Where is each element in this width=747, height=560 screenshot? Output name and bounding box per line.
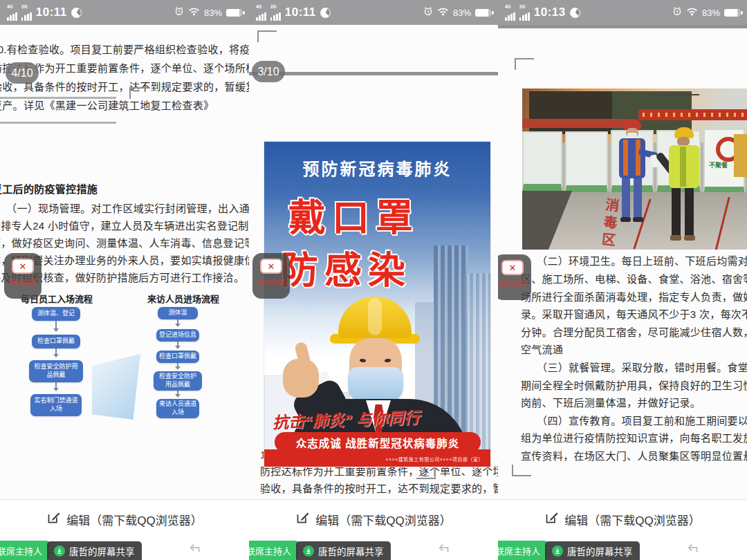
page-indicator-badge: 3/10 [252,61,285,82]
screen-share-icon [54,545,65,557]
arrow-down-icon [55,321,57,331]
alarm-icon [174,6,184,19]
phone-panel-left: 4G 2G 10:11 83% 10.有检查验收。项目复工前要严格组织检查验收，… [0,0,249,560]
screen-share-icon [303,545,314,557]
stop-cast-button[interactable]: ✕ 退出投屏 [4,253,42,299]
section-title: 复工后的防疫管控措施 [0,181,98,196]
bottom-toolbar: 编辑（需下载QQ浏览器） [249,499,498,539]
signal-icon: 2G [519,5,530,21]
vest-stripe [623,140,628,176]
screen-share-icon [552,545,563,557]
vest-stripe [636,140,640,176]
worker-figure [618,119,649,227]
cohost-badge: 联席主持人 [0,541,49,560]
status-right: 83% [672,6,740,19]
edit-button[interactable]: 编辑（需下载QQ浏览器） [295,510,451,528]
screen-share-label: 唐哲的屏幕共享 [69,544,135,558]
signal-icon: 4G [256,5,266,21]
leg [622,178,630,218]
back-icon[interactable] [188,543,203,555]
crop-corner-icon [257,30,277,42]
screen-share-badge[interactable]: 唐哲的屏幕共享 [545,541,640,560]
flow-step: 来访人员通道入场 [156,399,199,418]
edit-button[interactable]: 编辑（需下载QQ浏览器） [544,510,700,528]
red-banner [638,109,747,120]
page-separator-line [249,72,498,75]
doc-text-line: （三）就餐管理。采取分散，错时用餐。食堂人员工 [521,360,747,374]
decorative-swoosh [92,354,140,420]
stop-cast-caption: 退出投屏 [499,278,526,288]
flow-step: 检查口罩佩戴 [156,351,199,363]
screen-share-badge[interactable]: 唐哲的屏幕共享 [47,541,142,560]
status-circle-icon [570,8,580,18]
battery-icon [475,9,491,17]
stop-cast-button[interactable]: ✕ 退出投屏 [498,254,531,300]
doc-text-line: 期间全程全时佩戴防护用具，保持良好的卫生习惯，每天 [521,377,747,392]
edit-icon [46,510,61,528]
info-board [522,131,562,192]
status-circle-icon [71,8,82,18]
signal-icon: 4G [505,5,515,21]
arrow-down-icon [177,342,178,348]
status-right: 83% [423,6,491,19]
wifi-icon [437,6,449,19]
close-icon[interactable]: ✕ [501,260,524,275]
doc-text-line: 安排专人24 小时值守，建立人员及车辆进出实名登记制 [0,218,249,232]
screen-share-badge[interactable]: 唐哲的屏幕共享 [296,541,391,560]
poster-credit: ××××建筑施工有限公司××××项目部（宣） [385,456,483,463]
flow-step: 登记进场信息 [156,329,199,342]
back-icon[interactable] [686,543,701,555]
arrow-down-icon [177,363,178,369]
clock-time: 10:11 [285,6,316,19]
doc-text-line: 复产。详见《黑建一公司建筑工地复工检查表》 [0,97,214,112]
flow-step: 检查口罩佩戴 [32,335,80,348]
cohost-badge: 联席主持人 [498,541,547,560]
clock-time: 10:11 [36,6,67,19]
worker-figure [666,127,702,246]
stop-cast-caption: 退出投屏 [9,277,37,287]
shoe [620,217,631,222]
clock-time: 10:13 [534,6,566,19]
crop-corner-icon [512,465,531,476]
status-right: 83% [174,6,242,19]
doc-text-line: （四）宣传教育。项目复工前和施工期间要以工区、 [521,413,747,427]
edit-button[interactable]: 编辑（需下载QQ浏览器） [46,510,202,528]
flow-step: 测体温 [158,307,198,319]
shoe [670,235,681,241]
page-edge-line [0,97,116,99]
status-left: 4G 2G 10:13 [505,5,580,21]
flow-step: 检查安全防护用品佩戴 [154,371,202,391]
back-icon[interactable] [437,543,452,555]
yellow-sign [734,134,747,177]
status-circle-icon [320,8,331,18]
status-bar: 4G 2G 10:13 83% [498,0,747,25]
close-icon[interactable]: ✕ [12,259,34,274]
cohost-badge: 联席主持人 [249,541,298,560]
bottom-toolbar: 编辑（需下载QQ浏览器） [0,499,249,539]
signal-icon: 4G [7,5,17,21]
flowchart-title: 来访人员进场流程 [147,292,219,305]
stop-cast-button[interactable]: ✕ 退出投屏 [252,253,290,299]
doc-text-line: 分钟。合理分配员工宿舍，尽可能减少住宿人数，保持室 [521,324,747,339]
close-icon[interactable]: ✕ [260,259,282,274]
stop-cast-caption: 退出投屏 [257,277,285,287]
face-mask [348,367,403,403]
flow-step: 实名制门禁通道入场 [30,394,82,416]
leg [634,178,642,218]
document-scroll-area[interactable]: 不聚餐 消毒区 [498,25,747,499]
screen-share-label: 唐哲的屏幕共享 [318,544,384,558]
page-separator-line [498,25,747,28]
flow-step: 测体温、登记 [32,307,80,321]
battery-icon [724,9,740,17]
face-mask [627,133,637,138]
info-board [565,131,608,194]
phone-panel-middle: 4G 2G 10:11 83% 预防新冠病毒肺炎 [249,0,498,560]
battery-percent: 83% [702,8,720,18]
doc-text-line: 组为单位进行疫情防控知识宣讲，向每名职工发放疫情防 [521,430,747,445]
bottom-toolbar: 编辑（需下载QQ浏览器） [498,499,747,539]
hard-hat-ridge [368,298,382,335]
crop-corner-icon [129,87,149,99]
crop-corner-icon [416,467,436,479]
red-banner [522,119,627,128]
edit-icon [544,510,559,528]
